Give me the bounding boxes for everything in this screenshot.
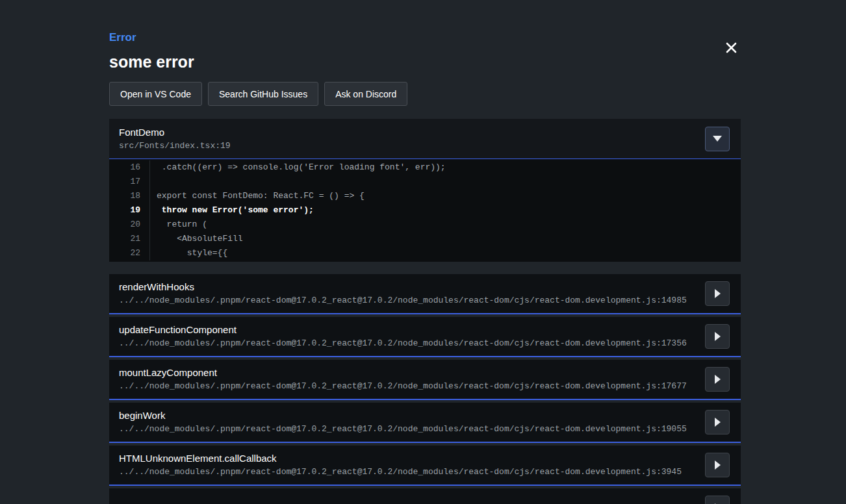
code-line: 20 return ( xyxy=(109,218,741,232)
search-github-issues-button[interactable]: Search GitHub Issues xyxy=(208,82,318,106)
frame-function: beginWork xyxy=(119,410,687,422)
frame-meta: beginWork ../../node_modules/.pnpm/react… xyxy=(119,410,687,435)
open-in-vscode-button[interactable]: Open in VS Code xyxy=(109,82,202,106)
line-number: 19 xyxy=(109,203,140,218)
line-number: 18 xyxy=(109,189,140,203)
stack-frame-list: renderWithHooks ../../node_modules/.pnpm… xyxy=(109,274,741,504)
action-button-row: Open in VS Code Search GitHub Issues Ask… xyxy=(109,82,741,106)
frame-function: mountLazyComponent xyxy=(119,367,687,379)
code-text: .catch((err) => console.log('Error loadi… xyxy=(149,160,446,175)
code-text: return ( xyxy=(149,218,207,232)
frame-function: renderWithHooks xyxy=(119,281,687,293)
error-message: some error xyxy=(109,52,741,71)
frame-meta: updateFunctionComponent ../../node_modul… xyxy=(119,324,687,349)
expand-frame-button[interactable] xyxy=(705,496,730,504)
frame-location: ../../node_modules/.pnpm/react-dom@17.0.… xyxy=(119,467,682,477)
top-stack-frame: FontDemo src/Fonts/index.tsx:19 16 .catc… xyxy=(109,119,741,262)
stack-frame: renderWithHooks ../../node_modules/.pnpm… xyxy=(109,274,741,314)
code-text: style={{ xyxy=(149,246,227,260)
line-number: 21 xyxy=(109,232,140,246)
caret-right-icon xyxy=(715,418,721,427)
line-number: 22 xyxy=(109,246,140,260)
code-line: 16 .catch((err) => console.log('Error lo… xyxy=(109,160,741,175)
expand-frame-button[interactable] xyxy=(705,453,730,477)
frame-meta: HTMLUnknownElement.callCallback ../../no… xyxy=(119,453,682,477)
caret-right-icon xyxy=(715,375,721,384)
stack-frame: updateFunctionComponent ../../node_modul… xyxy=(109,317,741,357)
frame-meta: FontDemo src/Fonts/index.tsx:19 xyxy=(119,127,231,151)
code-line: 19 throw new Error('some error'); xyxy=(109,203,741,218)
stack-frame: beginWork ../../node_modules/.pnpm/react… xyxy=(109,403,741,443)
collapse-frame-button[interactable] xyxy=(705,127,730,151)
expand-frame-button[interactable] xyxy=(705,324,730,349)
error-type-label: Error xyxy=(109,31,741,44)
caret-down-icon xyxy=(713,136,722,142)
stack-frame: mountLazyComponent ../../node_modules/.p… xyxy=(109,360,741,400)
close-icon xyxy=(726,42,737,53)
frame-location: ../../node_modules/.pnpm/react-dom@17.0.… xyxy=(119,424,687,435)
line-number: 16 xyxy=(109,160,140,175)
code-line: 17 xyxy=(109,175,741,189)
expand-frame-button[interactable] xyxy=(705,281,730,306)
stack-frame xyxy=(109,488,741,504)
frame-function: HTMLUnknownElement.callCallback xyxy=(119,453,682,464)
error-overlay: Error some error Open in VS Code Search … xyxy=(109,0,741,504)
frame-meta: renderWithHooks ../../node_modules/.pnpm… xyxy=(119,281,687,306)
frame-function: updateFunctionComponent xyxy=(119,324,687,336)
code-frame: 16 .catch((err) => console.log('Error lo… xyxy=(109,159,741,262)
expand-frame-button[interactable] xyxy=(705,367,730,392)
code-text: export const FontDemo: React.FC = () => … xyxy=(149,189,365,203)
code-text xyxy=(149,175,157,189)
frame-function: FontDemo xyxy=(119,127,231,138)
line-number: 17 xyxy=(109,175,140,189)
code-line: 21 <AbsoluteFill xyxy=(109,232,741,246)
frame-location: ../../node_modules/.pnpm/react-dom@17.0.… xyxy=(119,296,687,306)
code-text: <AbsoluteFill xyxy=(149,232,243,246)
stack-frame: HTMLUnknownElement.callCallback ../../no… xyxy=(109,446,741,486)
line-number: 20 xyxy=(109,218,140,232)
frame-location: src/Fonts/index.tsx:19 xyxy=(119,141,231,151)
frame-meta: mountLazyComponent ../../node_modules/.p… xyxy=(119,367,687,392)
caret-right-icon xyxy=(715,460,721,470)
code-line: 18export const FontDemo: React.FC = () =… xyxy=(109,189,741,203)
close-button[interactable] xyxy=(723,39,739,56)
expand-frame-button[interactable] xyxy=(705,410,730,435)
top-frame-header[interactable]: FontDemo src/Fonts/index.tsx:19 xyxy=(109,119,741,159)
frame-location: ../../node_modules/.pnpm/react-dom@17.0.… xyxy=(119,381,687,392)
frame-location: ../../node_modules/.pnpm/react-dom@17.0.… xyxy=(119,338,687,349)
code-line: 22 style={{ xyxy=(109,246,741,260)
ask-on-discord-button[interactable]: Ask on Discord xyxy=(324,82,407,106)
caret-right-icon xyxy=(715,332,721,341)
caret-right-icon xyxy=(715,289,721,298)
code-text: throw new Error('some error'); xyxy=(149,203,314,218)
